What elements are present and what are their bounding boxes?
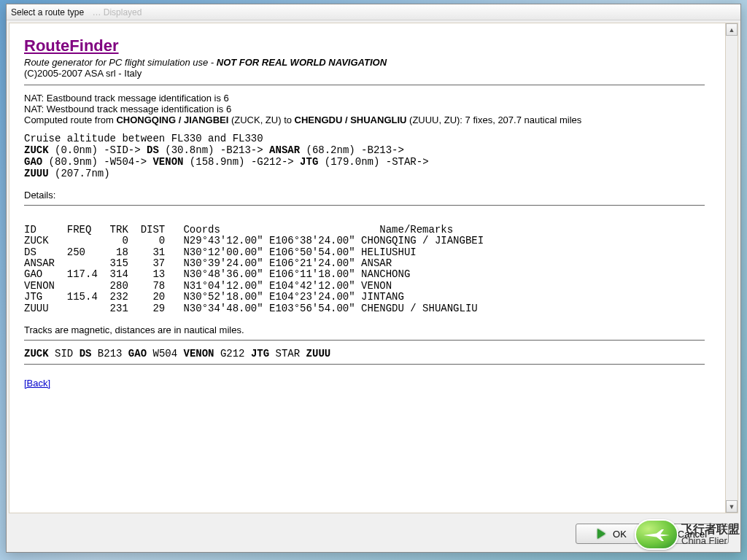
window-title: Select a route type — [11, 7, 84, 18]
tagline: Route generator for PC flight simulation… — [24, 57, 705, 68]
scroll-down-button[interactable]: ▼ — [726, 500, 738, 513]
separator — [24, 205, 705, 206]
nat-west: NAT: Westbound track message identificat… — [24, 104, 705, 114]
short-route-string: ZUCK SID DS B213 GAO W504 VENON G212 JTG… — [24, 348, 705, 359]
cruise-line: Cruise altitude between FL330 and FL330 — [24, 133, 705, 144]
titlebar[interactable]: Select a route type … Displayed — [7, 4, 740, 20]
table-row: GAO 117.4 314 13 N30°48'36.00" E106°11'1… — [24, 269, 705, 280]
computed-route: Computed route from CHONGQING / JIANGBEI… — [24, 114, 705, 125]
waypoint-table: ID FREQ TRK DIST Coords Name/RemarksZUCK… — [24, 213, 705, 314]
document-pane: RouteFinder Route generator for PC fligh… — [9, 23, 725, 513]
table-row: ZUUU 231 29 N30°34'48.00" E103°56'54.00"… — [24, 303, 705, 314]
play-icon — [597, 529, 605, 539]
app-title[interactable]: RouteFinder — [24, 36, 705, 55]
table-row: DS 250 18 31 N30°12'00.00" E106°50'54.00… — [24, 247, 705, 258]
back-link[interactable]: [Back] — [24, 378, 50, 389]
button-bar: OK Cancel — [7, 516, 740, 552]
copyright: (C)2005-2007 ASA srl - Italy — [24, 68, 705, 79]
table-row: JTG 115.4 232 20 N30°52'18.00" E104°23'2… — [24, 292, 705, 303]
details-label: Details: — [24, 190, 705, 201]
separator — [24, 85, 705, 85]
route-legs: ZUCK (0.0nm) -SID-> DS (30.8nm) -B213-> … — [24, 144, 705, 179]
titlebar-ghost: … Displayed — [92, 7, 142, 18]
ok-button[interactable]: OK — [576, 524, 649, 544]
scroll-up-button[interactable]: ▲ — [726, 23, 738, 36]
footer-note: Tracks are magnetic, distances are in na… — [24, 324, 705, 335]
scroll-track[interactable] — [726, 36, 738, 500]
dialog-window: Select a route type … Displayed RouteFin… — [6, 4, 741, 553]
table-row: ANSAR 315 37 N30°39'24.00" E106°21'24.00… — [24, 258, 705, 269]
content-area: RouteFinder Route generator for PC fligh… — [9, 23, 738, 513]
table-header-row: ID FREQ TRK DIST Coords Name/Remarks — [24, 225, 705, 236]
separator — [24, 340, 705, 341]
vertical-scrollbar[interactable]: ▲ ▼ — [725, 23, 738, 513]
cancel-button[interactable]: Cancel — [656, 524, 729, 544]
separator — [24, 364, 705, 365]
nat-east: NAT: Eastbound track message identificat… — [24, 93, 705, 104]
table-row: ZUCK 0 0 N29°43'12.00" E106°38'24.00" CH… — [24, 236, 705, 246]
table-row: VENON 280 78 N31°04'12.00" E104°42'12.00… — [24, 281, 705, 292]
